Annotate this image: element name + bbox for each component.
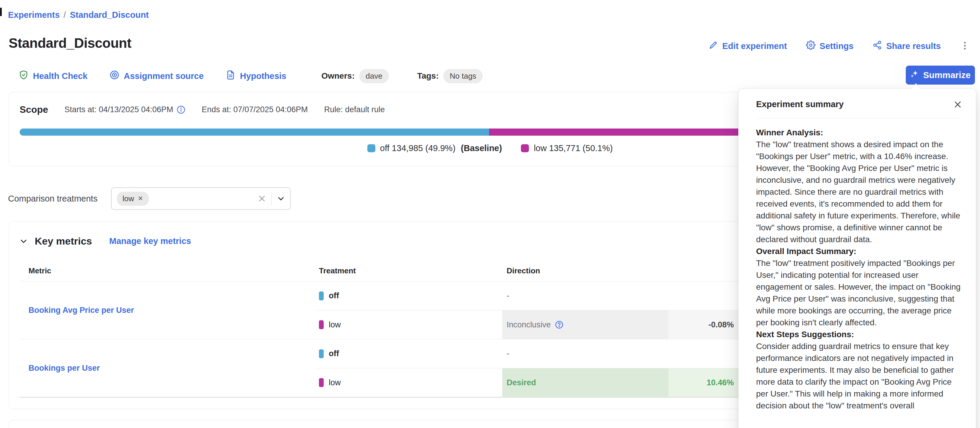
scope-rule: Rule: default rule (324, 105, 385, 114)
column-header-metric: Metric (20, 266, 317, 276)
toolbar: Health Check Assignment source Hypothesi… (19, 67, 482, 85)
treatment-cell: off (317, 339, 502, 368)
scope-starts-at: Starts at: 04/13/2025 04:06PM (64, 105, 185, 114)
header-actions: Edit experiment Settings Share results (709, 40, 970, 52)
column-header-direction: Direction (502, 266, 668, 276)
pencil-icon (709, 40, 718, 52)
breadcrumb-separator: / (64, 10, 66, 20)
kebab-icon (960, 41, 970, 52)
info-icon[interactable] (177, 105, 185, 114)
edit-experiment-button[interactable]: Edit experiment (709, 40, 787, 52)
tags-pill[interactable]: No tags (443, 69, 482, 83)
question-circle-icon[interactable] (555, 320, 563, 329)
screen-edge-artifact (0, 8, 2, 16)
comparison-treatments-row: Comparison treatments low (8, 187, 291, 210)
off-swatch (319, 292, 324, 300)
panel-divider (756, 118, 962, 119)
treatment-cell: low (317, 310, 502, 339)
direction-cell-desired: Desired (502, 368, 668, 397)
winner-analysis-heading: Winner Analysis: (756, 127, 964, 139)
gear-icon (806, 40, 816, 52)
key-metrics-title: Key metrics (35, 235, 92, 247)
treatment-chip-low[interactable]: low (117, 192, 149, 206)
winner-analysis-body: The "low" treatment shows a desired impa… (756, 139, 964, 246)
summary-panel-title: Experiment summary (756, 100, 844, 109)
sparkles-icon (910, 70, 919, 81)
metric-link[interactable]: Bookings per User (29, 364, 100, 373)
share-results-button[interactable]: Share results (872, 40, 941, 52)
value-cell: -0.08% (668, 310, 749, 339)
off-swatch (319, 349, 324, 358)
experiment-summary-panel: Experiment summary Winner Analysis: The … (738, 89, 976, 428)
chevron-down-icon[interactable] (277, 195, 285, 203)
page-title: Standard_Discount (9, 35, 131, 51)
tags-group: Tags: No tags (417, 69, 482, 83)
treatment-cell: off (317, 281, 502, 310)
owner-pill[interactable]: dave (360, 69, 388, 83)
select-clear-icon[interactable] (258, 194, 266, 203)
low-swatch (521, 144, 529, 152)
value-cell: 10.46% (668, 368, 749, 397)
low-swatch (319, 378, 324, 387)
owners-group: Owners: dave (321, 69, 388, 83)
off-swatch (368, 144, 375, 152)
close-icon[interactable] (953, 100, 962, 109)
share-icon (872, 40, 882, 52)
select-divider (271, 192, 272, 205)
treatment-cell: low (317, 368, 502, 397)
scope-header-row: Scope Starts at: 04/13/2025 04:06PM Ends… (20, 104, 401, 115)
next-steps-body: Consider adding guardrail metrics to ens… (756, 341, 964, 412)
tab-hypothesis[interactable]: Hypothesis (226, 70, 286, 82)
allocation-segment-off (20, 128, 489, 136)
tab-health-check[interactable]: Health Check (19, 70, 88, 82)
comparison-treatments-label: Comparison treatments (8, 194, 97, 204)
direction-cell: - (502, 281, 668, 310)
overall-impact-heading: Overall Impact Summary: (756, 246, 964, 257)
direction-cell-inconclusive: Inconclusive (502, 310, 668, 339)
experiment-page: Experiments / Standard_Discount Standard… (0, 0, 980, 428)
target-icon (110, 70, 119, 82)
settings-button[interactable]: Settings (806, 40, 853, 52)
breadcrumb: Experiments / Standard_Discount (8, 10, 149, 20)
overall-impact-body: The "low" treatment positively impacted … (756, 257, 964, 328)
metric-link[interactable]: Booking Avg Price per User (29, 306, 134, 315)
next-steps-heading: Next Steps Suggestions: (756, 328, 964, 341)
treatment-select[interactable]: low (111, 187, 291, 210)
owners-label: Owners: (321, 71, 355, 81)
low-swatch (319, 320, 324, 329)
manage-key-metrics-link[interactable]: Manage key metrics (109, 236, 191, 246)
summary-text: Winner Analysis: The "low" treatment sho… (756, 127, 964, 412)
shield-check-icon (19, 70, 29, 82)
more-options-button[interactable] (960, 41, 970, 52)
summary-panel-header: Experiment summary (756, 100, 962, 109)
document-icon (226, 70, 235, 82)
scope-title: Scope (20, 104, 48, 115)
legend-item-low: low 135,771 (50.1%) (521, 143, 612, 153)
breadcrumb-current-link[interactable]: Standard_Discount (70, 10, 149, 20)
scope-ends-at: Ends at: 07/07/2025 04:06PM (202, 105, 308, 114)
tab-assignment-source[interactable]: Assignment source (110, 70, 204, 82)
legend-item-off: off 134,985 (49.9%) (Baseline) (368, 143, 502, 153)
tags-label: Tags: (417, 71, 439, 81)
column-header-treatment: Treatment (317, 266, 502, 276)
summarize-button[interactable]: Summarize (906, 66, 975, 85)
chip-remove-icon[interactable] (137, 194, 143, 203)
collapse-chevron-icon[interactable] (20, 237, 28, 245)
direction-cell: - (502, 339, 668, 368)
baseline-badge: (Baseline) (461, 143, 502, 153)
breadcrumb-experiments-link[interactable]: Experiments (8, 10, 60, 20)
